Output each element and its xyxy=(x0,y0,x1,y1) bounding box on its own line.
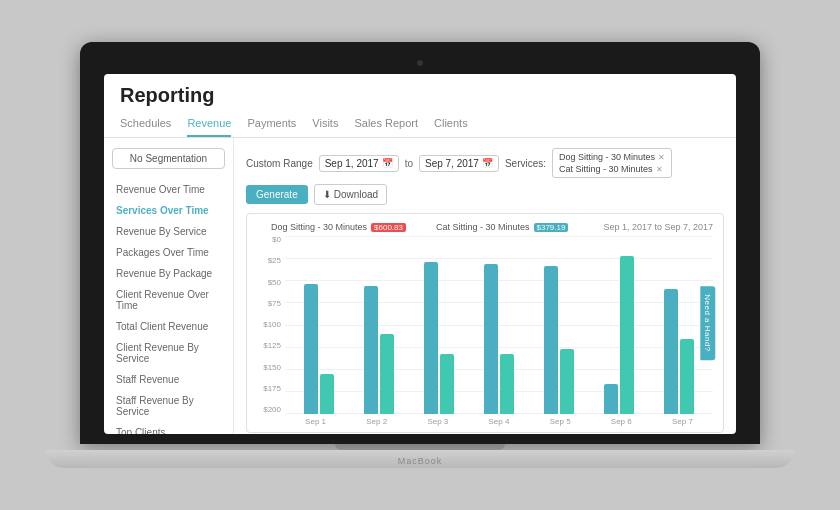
x-label-sep5: Sep 5 xyxy=(550,417,571,426)
service-tag-cat: Cat Sitting - 30 Minutes ✕ xyxy=(559,164,665,174)
bar-blue-0 xyxy=(304,284,318,414)
tab-schedules[interactable]: Schedules xyxy=(120,113,171,137)
remove-dog-service-icon[interactable]: ✕ xyxy=(658,153,665,162)
page-title: Reporting xyxy=(120,84,720,107)
to-label: to xyxy=(405,158,413,169)
service-tag-dog: Dog Sitting - 30 Minutes ✕ xyxy=(559,152,665,162)
chart-bars-area xyxy=(285,236,713,414)
y-label-175: $175 xyxy=(257,385,285,393)
bar-group-1 xyxy=(364,286,394,414)
bar-blue-1 xyxy=(364,286,378,414)
bar-blue-6 xyxy=(664,289,678,414)
tab-revenue[interactable]: Revenue xyxy=(187,113,231,137)
sidebar-item-packages-over-time[interactable]: Packages Over Time xyxy=(104,242,233,263)
laptop-container: Reporting Schedules Revenue Payments Vis… xyxy=(80,42,760,468)
y-label-150: $150 xyxy=(257,364,285,372)
feedback-button[interactable]: Need a Hand? xyxy=(701,286,716,360)
bar-teal-6 xyxy=(680,339,694,414)
bar-teal-4 xyxy=(560,349,574,414)
legend-label-dog: Dog Sitting - 30 Minutes xyxy=(271,222,367,232)
date-from-value: Sep 1, 2017 xyxy=(325,158,379,169)
sidebar-item-staff-revenue[interactable]: Staff Revenue xyxy=(104,369,233,390)
bar-group-5 xyxy=(604,256,634,414)
bar-group-6 xyxy=(664,289,694,414)
sidebar-item-client-revenue-over-time[interactable]: Client Revenue Over Time xyxy=(104,284,233,316)
x-label-sep3: Sep 3 xyxy=(427,417,448,426)
x-axis: Sep 1 Sep 2 Sep 3 Sep 4 Sep 5 Sep 6 Sep … xyxy=(257,414,713,426)
calendar-icon-from: 📅 xyxy=(382,158,393,168)
bar-teal-5 xyxy=(620,256,634,414)
x-label-sep6: Sep 6 xyxy=(611,417,632,426)
screen-bezel: Reporting Schedules Revenue Payments Vis… xyxy=(80,42,760,444)
bar-teal-1 xyxy=(380,334,394,414)
bar-group-2 xyxy=(424,262,454,414)
tab-visits[interactable]: Visits xyxy=(312,113,338,137)
chart-legend: Dog Sitting - 30 Minutes $600.83 Cat Sit… xyxy=(257,222,568,232)
bars-wrapper xyxy=(285,236,713,414)
sidebar-item-revenue-by-package[interactable]: Revenue By Package xyxy=(104,263,233,284)
bar-teal-3 xyxy=(500,354,514,414)
tab-sales-report[interactable]: Sales Report xyxy=(354,113,418,137)
app: Reporting Schedules Revenue Payments Vis… xyxy=(104,74,736,434)
segment-button[interactable]: No Segmentation xyxy=(112,148,225,169)
sidebar-item-client-revenue-by-service[interactable]: Client Revenue By Service xyxy=(104,337,233,369)
chart-date-range: Sep 1, 2017 to Sep 7, 2017 xyxy=(603,222,713,232)
tab-payments[interactable]: Payments xyxy=(247,113,296,137)
x-label-sep4: Sep 4 xyxy=(489,417,510,426)
download-icon: ⬇ xyxy=(323,189,331,200)
chart-area: Dog Sitting - 30 Minutes $600.83 Cat Sit… xyxy=(246,213,724,433)
x-label-sep1: Sep 1 xyxy=(305,417,326,426)
legend-label-cat: Cat Sitting - 30 Minutes xyxy=(436,222,530,232)
sidebar-item-revenue-over-time[interactable]: Revenue Over Time xyxy=(104,179,233,200)
x-label-sep7: Sep 7 xyxy=(672,417,693,426)
tabs-container: Schedules Revenue Payments Visits Sales … xyxy=(120,113,720,137)
filters-row: Custom Range Sep 1, 2017 📅 to Sep 7, 201… xyxy=(246,148,724,205)
bar-chart: $200 $175 $150 $125 $100 $75 $50 $25 $0 xyxy=(257,236,713,426)
sidebar-item-top-clients[interactable]: Top Clients xyxy=(104,422,233,434)
y-label-100: $100 xyxy=(257,321,285,329)
laptop-base: MacBook xyxy=(46,450,794,468)
sidebar-item-revenue-by-service[interactable]: Revenue By Service xyxy=(104,221,233,242)
calendar-icon-to: 📅 xyxy=(482,158,493,168)
download-button[interactable]: ⬇ Download xyxy=(314,184,387,205)
download-label: Download xyxy=(334,189,378,200)
bar-blue-4 xyxy=(544,266,558,414)
main-content: Custom Range Sep 1, 2017 📅 to Sep 7, 201… xyxy=(234,138,736,434)
bar-teal-2 xyxy=(440,354,454,414)
legend-dog-sitting: Dog Sitting - 30 Minutes $600.83 xyxy=(257,222,406,232)
app-header: Reporting Schedules Revenue Payments Vis… xyxy=(104,74,736,138)
bar-blue-5 xyxy=(604,384,618,414)
y-label-75: $75 xyxy=(257,300,285,308)
legend-color-cat xyxy=(422,222,432,232)
generate-button[interactable]: Generate xyxy=(246,185,308,204)
bar-group-3 xyxy=(484,264,514,414)
tab-clients[interactable]: Clients xyxy=(434,113,468,137)
legend-color-dog xyxy=(257,222,267,232)
legend-cat-sitting: Cat Sitting - 30 Minutes $379.19 xyxy=(422,222,568,232)
remove-cat-service-icon[interactable]: ✕ xyxy=(656,165,663,174)
legend-value-cat: $379.19 xyxy=(534,223,569,232)
date-to-value: Sep 7, 2017 xyxy=(425,158,479,169)
screen: Reporting Schedules Revenue Payments Vis… xyxy=(104,74,736,434)
bar-blue-2 xyxy=(424,262,438,414)
chart-grid: $200 $175 $150 $125 $100 $75 $50 $25 $0 xyxy=(257,236,713,414)
y-label-50: $50 xyxy=(257,279,285,287)
sidebar-item-total-client-revenue[interactable]: Total Client Revenue xyxy=(104,316,233,337)
date-from-input[interactable]: Sep 1, 2017 📅 xyxy=(319,155,399,172)
sidebar-item-staff-revenue-by-service[interactable]: Staff Revenue By Service xyxy=(104,390,233,422)
bar-blue-3 xyxy=(484,264,498,414)
bar-group-0 xyxy=(304,284,334,414)
date-to-input[interactable]: Sep 7, 2017 📅 xyxy=(419,155,499,172)
service-dog-label: Dog Sitting - 30 Minutes xyxy=(559,152,655,162)
y-label-200: $200 xyxy=(257,406,285,414)
y-axis: $200 $175 $150 $125 $100 $75 $50 $25 $0 xyxy=(257,236,285,414)
services-filter-box[interactable]: Dog Sitting - 30 Minutes ✕ Cat Sitting -… xyxy=(552,148,672,178)
service-cat-label: Cat Sitting - 30 Minutes xyxy=(559,164,653,174)
x-label-sep2: Sep 2 xyxy=(366,417,387,426)
sidebar-item-services-over-time[interactable]: Services Over Time xyxy=(104,200,233,221)
bar-teal-0 xyxy=(320,374,334,414)
y-label-125: $125 xyxy=(257,342,285,350)
y-label-0: $0 xyxy=(257,236,285,244)
y-label-25: $25 xyxy=(257,257,285,265)
services-label: Services: xyxy=(505,158,546,169)
